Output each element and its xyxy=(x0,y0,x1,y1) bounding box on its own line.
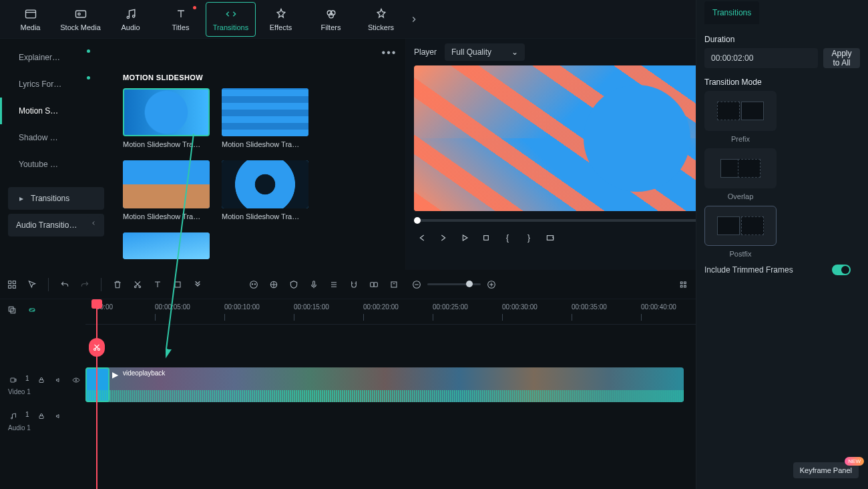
collapse-sidebar[interactable] xyxy=(87,216,100,230)
mute-icon[interactable] xyxy=(53,411,64,422)
keyframe-panel-button[interactable]: Keyframe Panel NEW xyxy=(793,462,859,478)
mode-label: Transition Mode xyxy=(704,77,860,87)
svg-point-21 xyxy=(250,281,258,288)
audio-track-icon xyxy=(8,411,19,422)
mode-overlap[interactable] xyxy=(704,148,777,188)
video-track[interactable]: 1 Video 1 ▶ videoplayback xyxy=(0,365,696,405)
cat-transitions[interactable]: ▸ Transitions xyxy=(8,187,104,210)
tool-grid-icon[interactable] xyxy=(7,279,17,290)
list-icon[interactable] xyxy=(329,279,339,290)
tabs-more-icon[interactable] xyxy=(409,14,419,25)
link-icon[interactable] xyxy=(369,279,379,290)
apply-all-button[interactable]: Apply to All xyxy=(823,48,860,68)
zoom-slider[interactable] xyxy=(427,283,481,285)
stop-icon[interactable] xyxy=(481,232,491,243)
stock-icon xyxy=(74,7,87,21)
svg-point-40 xyxy=(11,418,13,419)
zoom-in-icon[interactable] xyxy=(486,279,497,290)
transitions-icon xyxy=(224,7,238,21)
include-trimmed-toggle[interactable] xyxy=(832,265,851,275)
mic-icon[interactable] xyxy=(308,279,319,290)
clip-play-icon: ▶ xyxy=(110,369,120,380)
svg-rect-35 xyxy=(9,307,13,311)
color-icon[interactable] xyxy=(268,279,279,290)
svg-rect-1 xyxy=(75,11,85,17)
zoom-out-icon[interactable] xyxy=(411,279,422,290)
tool-cursor-icon[interactable] xyxy=(27,279,37,290)
sidebar-item-motion[interactable]: Motion S… xyxy=(0,98,112,124)
player-label: Player xyxy=(414,47,437,57)
tab-stickers[interactable]: Stickers xyxy=(356,2,406,37)
svg-rect-33 xyxy=(684,282,686,284)
prev-frame-icon[interactable] xyxy=(417,232,427,243)
more-tools-icon[interactable] xyxy=(192,279,203,290)
audio-track[interactable]: 1 Audio 1 xyxy=(0,405,696,437)
thumb-4[interactable] xyxy=(123,232,210,259)
eye-icon[interactable] xyxy=(71,375,81,385)
playhead[interactable] xyxy=(96,299,97,489)
tab-media[interactable]: Media xyxy=(5,2,55,37)
svg-rect-0 xyxy=(25,10,35,18)
sidebar-item-lyrics[interactable]: Lyrics For… xyxy=(0,71,112,98)
view-icon[interactable] xyxy=(678,279,689,290)
undo-icon[interactable] xyxy=(59,279,70,290)
video-clip[interactable]: ▶ videoplayback xyxy=(85,367,684,402)
tab-transitions[interactable]: Transitions xyxy=(206,2,256,37)
duration-label: Duration xyxy=(704,35,860,44)
svg-rect-15 xyxy=(13,281,15,283)
next-frame-icon[interactable] xyxy=(438,232,449,243)
play-icon[interactable] xyxy=(459,232,470,243)
svg-rect-14 xyxy=(9,281,11,283)
sidebar-item-shadow[interactable]: Shadow … xyxy=(0,124,112,151)
right-tab-transitions[interactable]: Transitions xyxy=(704,1,759,24)
audio-icon xyxy=(124,7,138,21)
mode-postfix[interactable] xyxy=(704,206,777,246)
cut-icon[interactable] xyxy=(132,279,143,290)
ratio-icon[interactable] xyxy=(545,232,556,243)
duration-input[interactable] xyxy=(704,48,818,68)
ruler[interactable]: 00:00 00:00:05:00 00:00:10:00 00:00:15:0… xyxy=(85,299,696,325)
thumb-3[interactable]: Motion Slideshow Tra… xyxy=(222,160,308,220)
thumb-2[interactable]: Motion Slideshow Tra… xyxy=(123,160,210,220)
sidebar-item-youtube[interactable]: Youtube … xyxy=(0,151,112,178)
magnet-icon[interactable] xyxy=(349,279,359,290)
redo-icon[interactable] xyxy=(79,279,90,290)
filters-icon xyxy=(324,7,338,21)
svg-rect-9 xyxy=(484,236,489,240)
quality-select[interactable]: Full Quality ⌄ xyxy=(445,43,525,61)
tab-filters[interactable]: Filters xyxy=(306,2,356,37)
copy-icon[interactable] xyxy=(7,305,17,315)
video-icon xyxy=(8,375,19,385)
svg-rect-27 xyxy=(374,282,377,287)
chain-icon[interactable] xyxy=(27,305,37,315)
more-icon[interactable]: ••• xyxy=(384,47,395,58)
lock-icon[interactable] xyxy=(36,375,47,385)
tab-effects[interactable]: Effects xyxy=(256,2,306,37)
svg-rect-26 xyxy=(371,282,374,287)
split-button[interactable] xyxy=(89,338,105,357)
crop-icon[interactable] xyxy=(172,279,183,290)
ai-icon[interactable] xyxy=(248,279,259,290)
marker-icon[interactable] xyxy=(389,279,399,290)
mark-out-icon[interactable]: } xyxy=(523,232,534,243)
tab-titles[interactable]: Titles xyxy=(156,2,206,37)
sidebar-item-explainer[interactable]: Explainer… xyxy=(0,44,112,71)
chevron-down-icon: ⌄ xyxy=(511,47,518,57)
thumb-1[interactable]: Motion Slideshow Tra… xyxy=(222,88,308,148)
mark-in-icon[interactable]: { xyxy=(502,232,513,243)
svg-point-3 xyxy=(127,16,129,18)
svg-rect-37 xyxy=(11,378,15,382)
delete-icon[interactable] xyxy=(112,279,123,290)
tab-stock-media[interactable]: Stock Media xyxy=(55,2,105,37)
mode-prefix-label: Prefix xyxy=(704,135,777,143)
svg-point-22 xyxy=(252,283,252,284)
mode-prefix[interactable] xyxy=(704,91,777,131)
lock-icon[interactable] xyxy=(36,411,47,422)
mute-icon[interactable] xyxy=(53,375,64,385)
thumb-0[interactable]: Motion Slideshow Tra… xyxy=(123,88,210,148)
svg-rect-16 xyxy=(9,285,11,288)
svg-rect-36 xyxy=(11,309,15,313)
text-icon[interactable] xyxy=(152,279,163,290)
tab-audio[interactable]: Audio xyxy=(105,2,156,37)
shield-icon[interactable] xyxy=(288,279,299,290)
